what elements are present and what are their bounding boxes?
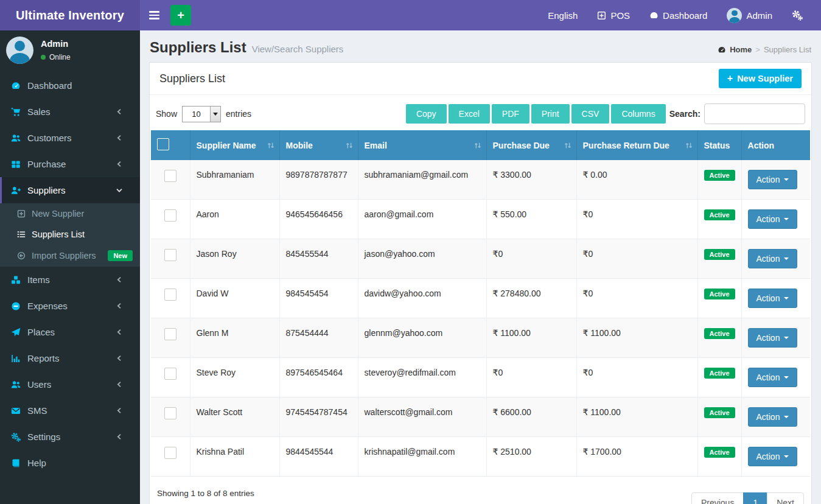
purchase-return-due-cell: ₹0 xyxy=(576,239,697,279)
topbar-left: + xyxy=(140,0,191,30)
sidebar-item-users[interactable]: Users xyxy=(0,371,140,397)
pdf-button[interactable]: PDF xyxy=(492,104,529,124)
row-checkbox[interactable] xyxy=(164,249,176,261)
settings-menu[interactable] xyxy=(782,0,812,30)
supplier-name-cell: Aaron xyxy=(190,200,279,239)
quick-add-button[interactable]: + xyxy=(170,5,191,26)
user-avatar xyxy=(727,8,742,23)
envelope-icon xyxy=(11,406,21,416)
dashboard-link[interactable]: Dashboard xyxy=(640,0,717,30)
select-all-checkbox[interactable] xyxy=(157,138,169,150)
purchase-return-due-cell: ₹0 xyxy=(576,358,697,397)
email-cell: walterscott@gmail.com xyxy=(358,397,486,437)
main-content: Suppliers List View/Search Suppliers Hom… xyxy=(140,30,821,504)
minus-circle-icon xyxy=(11,301,21,311)
action-dropdown-button[interactable]: Action xyxy=(748,368,798,387)
bar-chart-icon xyxy=(11,354,21,363)
entries-select[interactable]: 10 xyxy=(182,106,221,122)
header-purchase-return-due[interactable]: Purchase Return Due xyxy=(576,130,697,160)
pos-link[interactable]: POS xyxy=(587,0,640,30)
email-cell: krishnapatil@gmail.com xyxy=(358,437,486,477)
sidebar-item-dashboard[interactable]: Dashboard xyxy=(0,72,140,99)
sidebar-item-import-suppliers[interactable]: Import Suppliers New xyxy=(0,245,140,267)
action-dropdown-button[interactable]: Action xyxy=(748,289,798,308)
new-supplier-button[interactable]: + New Supplier xyxy=(719,69,802,88)
header-email[interactable]: Email xyxy=(358,130,486,160)
row-checkbox[interactable] xyxy=(164,447,176,459)
next-page-button[interactable]: Next xyxy=(767,492,804,504)
columns-button[interactable]: Columns xyxy=(611,104,665,124)
copy-button[interactable]: Copy xyxy=(406,104,447,124)
supplier-name-cell: Walter Scott xyxy=(190,397,279,437)
chevron-left-icon xyxy=(114,355,124,362)
email-cell: subhramaniam@gmail.com xyxy=(358,160,486,200)
sidebar-item-customers[interactable]: Customers xyxy=(0,125,140,151)
action-dropdown-button[interactable]: Action xyxy=(748,249,798,268)
print-button[interactable]: Print xyxy=(531,104,570,124)
sidebar-item-sms[interactable]: SMS xyxy=(0,397,140,424)
header-purchase-due[interactable]: Purchase Due xyxy=(486,130,576,160)
previous-page-button[interactable]: Previous xyxy=(691,492,744,504)
status-badge: Active xyxy=(704,249,735,260)
status-badge: Active xyxy=(704,209,735,220)
sidebar-item-help[interactable]: Help xyxy=(0,450,140,476)
sidebar-toggle-icon[interactable] xyxy=(140,0,168,30)
purchase-due-cell: ₹ 1100.00 xyxy=(486,318,576,358)
sidebar-item-items[interactable]: Items xyxy=(0,267,140,293)
header-mobile[interactable]: Mobile xyxy=(279,130,358,160)
sidebar-item-places[interactable]: Places xyxy=(0,319,140,345)
supplier-name-cell: Jason Roy xyxy=(190,239,279,279)
supplier-name-cell: Krishna Patil xyxy=(190,437,279,477)
chevron-left-icon xyxy=(114,381,124,388)
row-checkbox[interactable] xyxy=(164,368,176,380)
sort-icon xyxy=(473,141,482,150)
sidebar-item-sales[interactable]: Sales xyxy=(0,99,140,125)
table-header-row: Supplier Name Mobile Email Purchase Due … xyxy=(151,130,810,160)
caret-down-icon xyxy=(784,297,789,299)
csv-button[interactable]: CSV xyxy=(571,104,610,124)
content-area: Suppliers List + New Supplier Show 10 xyxy=(140,61,821,504)
action-dropdown-button[interactable]: Action xyxy=(748,407,798,427)
action-dropdown-button[interactable]: Action xyxy=(748,447,798,466)
page-1-button[interactable]: 1 xyxy=(743,492,767,504)
select-all-header[interactable] xyxy=(151,130,190,160)
mobile-cell: 897546545464 xyxy=(279,358,358,397)
sidebar-item-reports[interactable]: Reports xyxy=(0,345,140,371)
table-row: Steve Roy 897546545464 steveroy@redifmai… xyxy=(151,358,810,397)
breadcrumb-home-link[interactable]: Home xyxy=(730,45,752,54)
email-cell: glennm@yahoo.com xyxy=(358,318,486,358)
sidebar-item-purchase[interactable]: Purchase xyxy=(0,151,140,177)
purchase-return-due-cell: ₹0 xyxy=(576,200,697,239)
chevron-left-icon xyxy=(114,108,124,115)
sidebar-item-suppliers[interactable]: Suppliers xyxy=(0,177,140,203)
plus-icon: + xyxy=(727,75,733,82)
chevron-left-icon xyxy=(114,161,124,167)
sidebar-item-new-supplier[interactable]: New Supplier xyxy=(0,203,140,224)
caret-down-icon xyxy=(784,455,789,458)
row-checkbox[interactable] xyxy=(164,209,176,222)
mobile-cell: 9897878787877 xyxy=(279,160,358,200)
header-supplier-name[interactable]: Supplier Name xyxy=(190,130,279,160)
pagination: Previous 1 Next xyxy=(691,492,804,504)
user-menu[interactable]: Admin xyxy=(717,0,782,30)
search-label: Search: xyxy=(669,109,700,119)
action-dropdown-button[interactable]: Action xyxy=(748,209,798,229)
sidebar-item-expenses[interactable]: Expenses xyxy=(0,293,140,319)
mobile-cell: 9745454787454 xyxy=(279,397,358,437)
sidebar-item-settings[interactable]: Settings xyxy=(0,424,140,450)
status-badge: Active xyxy=(704,447,735,458)
row-checkbox[interactable] xyxy=(164,328,176,340)
action-dropdown-button[interactable]: Action xyxy=(748,328,798,348)
row-checkbox[interactable] xyxy=(164,407,176,419)
sidebar-item-suppliers-list[interactable]: Suppliers List xyxy=(0,224,140,245)
action-dropdown-button[interactable]: Action xyxy=(748,170,798,189)
search-input[interactable] xyxy=(704,103,805,124)
status-badge: Active xyxy=(704,368,735,379)
purchase-due-cell: ₹ 278480.00 xyxy=(486,279,576,318)
excel-button[interactable]: Excel xyxy=(449,104,490,124)
row-checkbox[interactable] xyxy=(164,289,176,301)
select-arrow-icon xyxy=(210,107,220,122)
row-checkbox[interactable] xyxy=(164,170,176,182)
email-cell: steveroy@redifmail.com xyxy=(358,358,486,397)
language-menu[interactable]: English xyxy=(538,0,587,30)
